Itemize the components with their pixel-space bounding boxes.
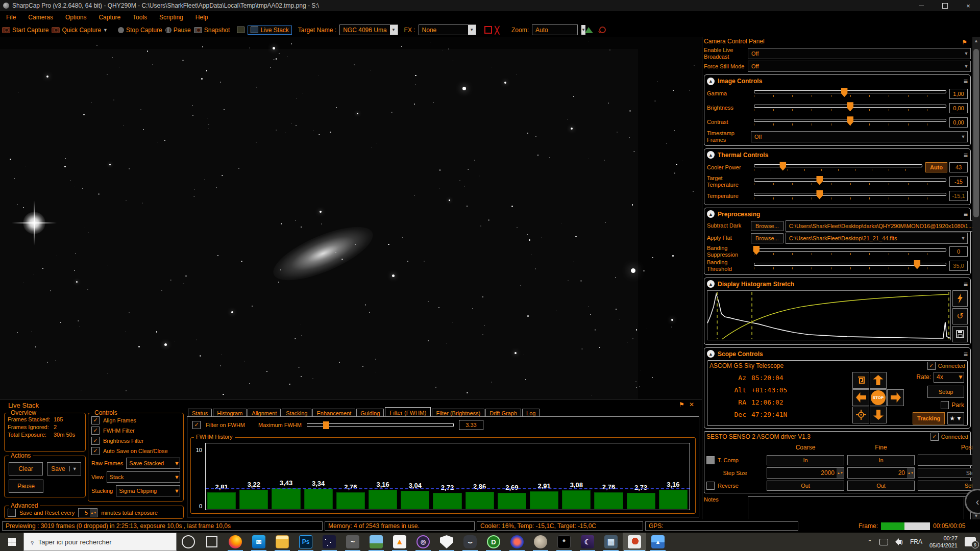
coarse-out-button[interactable]: Out — [767, 481, 844, 491]
fine-out-button[interactable]: Out — [847, 481, 915, 491]
stacking-select[interactable]: Sigma Clipping ▼ — [116, 485, 180, 496]
section-menu-icon[interactable]: ≡ — [964, 280, 968, 288]
clear-button[interactable]: Clear — [9, 462, 43, 475]
scrollbar-thumb[interactable] — [973, 49, 979, 217]
rate-select[interactable]: 4x ▼ — [934, 372, 964, 383]
menu-item-options[interactable]: Options — [59, 14, 92, 21]
slew-right-button[interactable] — [887, 389, 904, 406]
taskbar-app-galaxy[interactable] — [505, 533, 529, 551]
taskbar-app-phd2[interactable]: ◎ — [411, 533, 435, 551]
checkbox-align-frames[interactable]: Align Frames — [91, 416, 180, 424]
scroll-up-icon[interactable]: ▲ — [972, 37, 980, 44]
tracking-button[interactable]: Tracking — [913, 412, 945, 424]
filter-on-fwhm-checkbox[interactable] — [192, 421, 201, 429]
subtract-dark-browse-button[interactable]: Browse... — [751, 221, 783, 231]
tab-histogram[interactable]: Histogram — [213, 409, 247, 417]
taskbar-app-deepskystacker[interactable]: D — [482, 533, 505, 551]
clock[interactable]: 00:27 05/04/2021 — [929, 535, 958, 549]
target-name-select[interactable]: NGC 4096 Uma ▼ — [339, 24, 398, 35]
banding-threshold-slider[interactable] — [754, 263, 946, 269]
taskbar-app-dark-sky[interactable]: * — [552, 533, 576, 551]
collapse-icon[interactable]: ▲ — [707, 350, 715, 358]
section-menu-icon[interactable]: ≡ — [964, 151, 968, 159]
taskbar-app-photos[interactable]: ▲ — [646, 533, 670, 551]
menu-item-tools[interactable]: Tools — [127, 14, 153, 21]
cooler-power-slider[interactable] — [754, 164, 922, 171]
taskbar-app-image-viewer[interactable] — [364, 533, 388, 551]
histogram-stretch-plot[interactable] — [707, 290, 951, 340]
spinner-arrows-icon[interactable]: ▲▼ — [907, 468, 914, 478]
reverse-checkbox[interactable]: Reverse — [706, 482, 764, 490]
fx-select[interactable]: None ▼ — [419, 24, 476, 35]
close-button[interactable]: × — [957, 0, 980, 11]
live-stack-button[interactable]: Live Stack — [248, 26, 291, 35]
selection-rectangle-icon[interactable] — [484, 26, 492, 34]
fine-in-button[interactable]: In — [847, 455, 915, 465]
minutes-spinner[interactable]: 5 ▲▼ — [78, 508, 97, 517]
coarse-in-button[interactable]: In — [767, 455, 844, 465]
fine-step-spinner[interactable]: 20 ▲▼ — [847, 467, 915, 479]
raw-frames-select[interactable]: Save Stacked ▼ — [126, 458, 180, 469]
spinner-arrows-icon[interactable]: ▲▼ — [837, 468, 844, 478]
spiral-search-button[interactable] — [852, 372, 869, 389]
gamma-value[interactable]: 1,00 — [949, 89, 968, 99]
enable-live-broadcast-select[interactable]: Off ▼ — [748, 48, 971, 59]
collapse-icon[interactable]: ▲ — [707, 78, 715, 85]
section-menu-icon[interactable]: ≡ — [964, 77, 968, 85]
target-temperature-value[interactable]: -15 — [949, 177, 968, 187]
taskbar-search-input[interactable]: ⌕ Taper ici pour rechercher — [23, 533, 177, 551]
snapshot-button[interactable]: Snapshot — [194, 27, 230, 34]
timestamp-frames-select[interactable]: Off ▼ — [751, 131, 968, 142]
save-button[interactable]: Save ▼ — [47, 462, 81, 475]
checkbox-fwhm-filter[interactable]: FWHM Filter — [91, 427, 180, 435]
start-button[interactable] — [0, 533, 23, 551]
cooler-power-value[interactable]: 43 — [949, 162, 968, 172]
focuser-setup-button[interactable]: Setup — [918, 481, 980, 491]
brightness-value[interactable]: 0,00 — [949, 103, 968, 113]
subtract-dark-path-select[interactable]: C:\Users\SharkFleet\Desktop\darks\QHY290… — [786, 220, 980, 232]
pin-icon[interactable]: ⚑ — [962, 39, 967, 46]
taskbar-app-astro-tools[interactable]: ~ — [341, 533, 364, 551]
camera-image-view[interactable] — [0, 37, 702, 399]
focuser-stop-button[interactable]: Stop — [918, 468, 980, 478]
maximum-fwhm-slider[interactable] — [307, 423, 454, 427]
gamma-slider[interactable] — [754, 90, 946, 97]
panel-scrollbar[interactable]: ▲ ▼ — [972, 37, 980, 519]
zoom-select[interactable]: Auto ▼ — [532, 24, 578, 35]
contrast-slider[interactable] — [754, 119, 946, 126]
pause-stack-button[interactable]: Pause — [9, 480, 43, 493]
taskbar-app-photoshop[interactable]: Ps — [294, 533, 317, 551]
start-capture-button[interactable]: Start Capture — [2, 27, 48, 34]
tracking-rate-select[interactable]: ★ ▼ — [947, 412, 964, 424]
tab-log[interactable]: Log — [522, 409, 540, 417]
cortana-button[interactable] — [177, 533, 200, 551]
checkbox-auto-save-on-clear-close[interactable]: Auto Save on Clear/Close — [91, 447, 180, 455]
menu-item-scripting[interactable]: Scripting — [153, 14, 189, 21]
menu-item-capture[interactable]: Capture — [92, 14, 127, 21]
tab-stacking[interactable]: Stacking — [282, 409, 311, 417]
menu-item-file[interactable]: File — [0, 14, 22, 21]
minimize-button[interactable] — [910, 0, 933, 11]
clear-selection-icon[interactable]: ╳ — [495, 26, 499, 34]
tab-filter-brightness-[interactable]: Filter (Brightness) — [432, 409, 484, 417]
slew-left-button[interactable] — [852, 389, 869, 406]
focuser-connected-checkbox[interactable]: Connected — [930, 433, 968, 441]
taskbar-app-security[interactable] — [435, 533, 458, 551]
tab-status[interactable]: Status — [188, 409, 212, 417]
banding-suppression-slider[interactable] — [754, 248, 946, 255]
taskbar-app-mail[interactable]: ✉ — [247, 533, 271, 551]
scope-connected-checkbox[interactable]: Connected — [927, 362, 965, 370]
close-panel-icon[interactable]: ✕ — [689, 401, 694, 408]
taskbar-app-night[interactable]: ☾ — [576, 533, 599, 551]
menu-item-help[interactable]: Help — [189, 14, 214, 21]
save-reset-checkbox[interactable]: Save and Reset every 5 ▲▼ minutes total … — [8, 508, 180, 517]
section-menu-icon[interactable]: ≡ — [964, 350, 968, 358]
taskbar-app-calculator[interactable]: ▦ — [599, 533, 623, 551]
stop-capture-button[interactable]: Stop Capture — [118, 27, 162, 34]
taskbar-app-explorer[interactable] — [271, 533, 294, 551]
maximum-fwhm-value[interactable]: 3.33 — [459, 420, 483, 430]
collapse-icon[interactable]: ▲ — [707, 280, 715, 288]
collapse-icon[interactable]: ▲ — [707, 210, 715, 218]
maximize-button[interactable] — [933, 0, 957, 11]
apply-flat-path-select[interactable]: C:\Users\SharkFleet\Desktop\21_21_44.fit… — [786, 233, 968, 244]
